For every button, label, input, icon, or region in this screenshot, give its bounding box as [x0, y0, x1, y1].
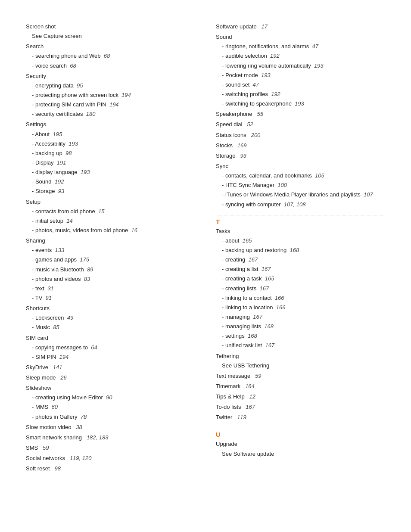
index-entry: - backing up 98: [26, 149, 195, 158]
index-entry: - Display 191: [26, 159, 195, 167]
index-entry: - protecting phone with screen lock 194: [26, 91, 195, 100]
index-entry: - games and apps 175: [26, 255, 195, 264]
index-entry: - display language 193: [26, 168, 195, 177]
index-entry: Tethering: [216, 352, 385, 361]
index-entry: - encrypting data 95: [26, 81, 195, 90]
index-entry: Twitter 119: [216, 413, 385, 422]
index-entry: - creating a list 167: [216, 265, 385, 274]
index-entry: Status icons 200: [216, 131, 385, 140]
index-entry: Sleep mode 26: [26, 373, 195, 382]
index-entry: - MMS 60: [26, 403, 195, 411]
index-entry: - creating a task 165: [216, 274, 385, 283]
index-entry: - Sound 192: [26, 177, 195, 186]
index-entry: - security certificates 180: [26, 110, 195, 118]
index-entry: - linking to a contact 166: [216, 294, 385, 302]
index-entry: Sound: [216, 33, 385, 41]
index-entry: - photos in Gallery 78: [26, 413, 195, 421]
index-entry: SMS 59: [26, 444, 195, 452]
index-entry: - Pocket mode 193: [216, 71, 385, 80]
index-entry: - SIM PIN 194: [26, 353, 195, 361]
index-entry: Setup: [26, 198, 195, 206]
index-entry: Text message 59: [216, 372, 385, 380]
index-entry: Soft reset 98: [26, 464, 195, 473]
index-entry: Software update 17: [216, 22, 385, 31]
index-entry: - Storage 93: [26, 187, 195, 196]
index-entry: - music via Bluetooth 89: [26, 265, 195, 274]
index-entry: - creating lists 167: [216, 284, 385, 293]
index-entry: - photos and videos 83: [26, 275, 195, 283]
index-entry: - sound set 47: [216, 81, 385, 89]
index-columns: Screen shotSee Capture screenSearch- sea…: [26, 21, 385, 474]
index-entry: Stocks 169: [216, 141, 385, 150]
index-entry: - linking to a location 166: [216, 303, 385, 312]
index-entry: - initial setup 14: [26, 217, 195, 225]
index-entry: - iTunes or Windows Media Player librari…: [216, 190, 385, 199]
index-entry: - TV 91: [26, 294, 195, 302]
index-entry: See Capture screen: [26, 32, 195, 40]
index-entry: - contacts, calendar, and bookmarks 105: [216, 171, 385, 180]
index-entry: - Music 85: [26, 323, 195, 332]
index-entry: - events 133: [26, 246, 195, 255]
index-entry: - managing 167: [216, 313, 385, 321]
index-entry: - about 165: [216, 236, 385, 245]
index-entry: Search: [26, 42, 195, 51]
index-entry: Speakerphone 55: [216, 110, 385, 118]
index-entry: - Accessibility 193: [26, 140, 195, 148]
index-entry: - voice search 68: [26, 62, 195, 70]
index-entry: Tips & Help 12: [216, 392, 385, 401]
index-entry: - unified task list 167: [216, 341, 385, 350]
section-letter: T: [216, 215, 385, 225]
index-entry: See USB Tethering: [216, 361, 385, 370]
index-entry: SIM card: [26, 334, 195, 342]
index-entry: Slow motion video 38: [26, 423, 195, 432]
index-entry: - HTC Sync Manager 100: [216, 181, 385, 190]
section-letter: U: [216, 428, 385, 438]
index-entry: Social networks 119, 120: [26, 454, 195, 463]
index-entry: - photos, music, videos from old phone 1…: [26, 226, 195, 235]
index-entry: Security: [26, 72, 195, 81]
index-entry: - settings 168: [216, 332, 385, 340]
index-entry: Slideshow: [26, 384, 195, 392]
right-column: Software update 17Sound- ringtone, notif…: [216, 21, 385, 474]
index-entry: Shortcuts: [26, 304, 195, 313]
index-entry: - contacts from old phone 15: [26, 207, 195, 216]
index-entry: Upgrade: [216, 440, 385, 448]
index-entry: - About 195: [26, 130, 195, 139]
index-entry: - syncing with computer 107, 108: [216, 200, 385, 209]
index-entry: - switching profiles 192: [216, 90, 385, 99]
index-entry: - Lockscreen 49: [26, 314, 195, 322]
index-entry: Storage 93: [216, 152, 385, 160]
index-entry: Settings: [26, 120, 195, 129]
index-entry: - creating using Movie Editor 90: [26, 393, 195, 402]
index-entry: Speed dial 52: [216, 120, 385, 129]
index-entry: - copying messages to 64: [26, 343, 195, 352]
page: Screen shotSee Capture screenSearch- sea…: [0, 0, 411, 491]
index-entry: See Software update: [216, 450, 385, 458]
index-entry: Timemark 164: [216, 382, 385, 391]
left-column: Screen shotSee Capture screenSearch- sea…: [26, 21, 195, 474]
index-entry: - searching phone and Web 68: [26, 52, 195, 60]
index-entry: - switching to speakerphone 193: [216, 100, 385, 108]
index-entry: - lowering ring volume automatically 193: [216, 62, 385, 70]
index-entry: Tasks: [216, 227, 385, 236]
index-entry: Smart network sharing 182, 183: [26, 433, 195, 442]
index-entry: - creating 167: [216, 255, 385, 264]
index-entry: SkyDrive 141: [26, 363, 195, 372]
index-entry: - ringtone, notifications, and alarms 47: [216, 42, 385, 51]
index-entry: - managing lists 168: [216, 322, 385, 331]
index-entry: - audible selection 192: [216, 52, 385, 60]
index-entry: - protecting SIM card with PIN 194: [26, 100, 195, 109]
index-entry: To-do lists 167: [216, 403, 385, 411]
index-entry: Screen shot: [26, 22, 195, 31]
index-entry: - text 31: [26, 284, 195, 293]
index-entry: - backing up and restoring 168: [216, 246, 385, 255]
index-entry: Sync: [216, 162, 385, 171]
index-entry: Sharing: [26, 236, 195, 245]
